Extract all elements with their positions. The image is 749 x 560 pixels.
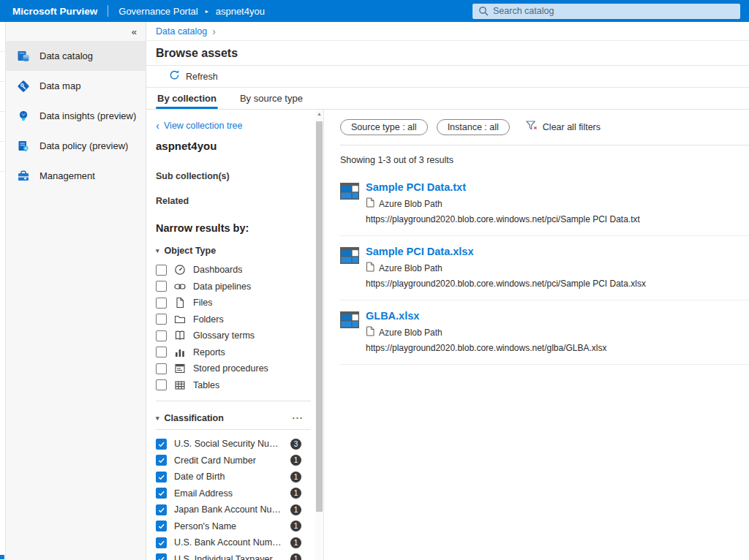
object-type-row[interactable]: Dashboards xyxy=(156,262,311,279)
data-policy-icon xyxy=(16,139,31,154)
result-item: Sample PCI Data.txt Azure Blob Path http… xyxy=(340,172,749,236)
checkbox[interactable] xyxy=(156,379,167,390)
rail-indicator xyxy=(0,555,4,559)
stored-procedures-icon xyxy=(174,363,186,374)
checkbox[interactable] xyxy=(156,363,167,374)
object-type-label: Dashboards xyxy=(193,265,242,275)
data-pipelines-icon xyxy=(174,281,186,292)
checkbox[interactable] xyxy=(156,330,167,341)
current-collection[interactable]: aspnet4you xyxy=(216,6,265,17)
file-icon xyxy=(366,262,374,275)
filter-pill[interactable]: Source type : all xyxy=(340,119,428,135)
asset-title-link[interactable]: GLBA.xlsx xyxy=(366,310,607,322)
folder-icon xyxy=(174,314,186,325)
tables-icon xyxy=(174,379,186,391)
more-options-icon[interactable]: ··· xyxy=(293,413,304,423)
asset-type-label: Azure Blob Path xyxy=(379,328,443,338)
checkbox[interactable] xyxy=(156,265,167,276)
facet-divider xyxy=(156,401,311,401)
scroll-up-icon[interactable]: ▲ xyxy=(315,111,323,116)
brand-logo[interactable]: Microsoft Purview xyxy=(12,6,97,17)
classification-row[interactable]: Person's Name 1 xyxy=(156,518,311,535)
sidebar-collapse-button[interactable]: « xyxy=(6,22,146,41)
breadcrumb: Data catalog › xyxy=(146,22,749,41)
object-type-row[interactable]: Tables xyxy=(156,377,311,394)
sidebar-item-label: Data policy (preview) xyxy=(39,140,128,151)
dashboard-icon xyxy=(174,264,186,276)
count-badge: 3 xyxy=(290,439,301,450)
breadcrumb-link-data-catalog[interactable]: Data catalog xyxy=(156,26,207,37)
checkbox[interactable] xyxy=(156,553,167,560)
checkbox[interactable] xyxy=(156,504,167,515)
sidebar-item[interactable]: Data insights (preview) xyxy=(6,101,146,131)
asset-title-link[interactable]: Sample PCI Data.xlsx xyxy=(366,246,646,257)
asset-path: https://playground2020.blob.core.windows… xyxy=(366,214,640,224)
checkbox[interactable] xyxy=(156,298,167,309)
classification-row[interactable]: U.S. Bank Account Number 1 xyxy=(156,534,311,551)
search-icon xyxy=(478,6,489,19)
asset-title-link[interactable]: Sample PCI Data.txt xyxy=(366,181,640,193)
object-type-row[interactable]: Glossary terms xyxy=(156,328,311,344)
classification-row[interactable]: U.S. Individual Taxpayer Identifi... 1 xyxy=(156,551,311,560)
sidebar-item[interactable]: Data policy (preview) xyxy=(6,131,146,161)
filter-clear-icon xyxy=(526,121,538,134)
sidebar-item[interactable]: Management xyxy=(6,161,146,191)
classification-row[interactable]: Credit Card Number 1 xyxy=(156,453,311,469)
object-type-row[interactable]: Reports xyxy=(156,344,311,361)
clear-all-filters-button[interactable]: Clear all filters xyxy=(526,121,601,134)
azure-blob-icon xyxy=(340,247,359,289)
classification-label: Date of Birth xyxy=(174,472,283,482)
view-collection-tree-link[interactable]: ‹ View collection tree xyxy=(156,120,311,131)
checkbox[interactable] xyxy=(156,314,167,325)
filter-pill-label: Source type : all xyxy=(351,122,417,132)
classification-label: Email Address xyxy=(174,488,283,499)
object-type-row[interactable]: Files xyxy=(156,295,311,311)
checkbox[interactable] xyxy=(156,281,167,292)
checkbox[interactable] xyxy=(156,521,167,531)
classification-row[interactable]: Date of Birth 1 xyxy=(156,469,311,485)
tab-label: By collection xyxy=(157,93,217,104)
chevron-down-icon[interactable]: ▾ xyxy=(156,247,159,254)
facet-scrollbar[interactable]: ▲ xyxy=(315,110,324,560)
checkbox[interactable] xyxy=(156,537,167,548)
chevron-down-icon[interactable]: ▾ xyxy=(156,415,159,422)
classification-row[interactable]: U.S. Social Security Number (SS... 3 xyxy=(156,436,311,453)
checkbox[interactable] xyxy=(156,439,167,450)
title-row: Browse assets xyxy=(146,41,749,66)
data-map-icon xyxy=(16,79,31,94)
classification-row[interactable]: Japan Bank Account Number 1 xyxy=(156,502,311,518)
asset-type-label: Azure Blob Path xyxy=(379,199,443,209)
filter-pill[interactable]: Instance : all xyxy=(437,119,510,135)
reports-icon xyxy=(174,347,186,358)
classification-label: Person's Name xyxy=(174,521,283,531)
object-type-label: Glossary terms xyxy=(193,330,255,341)
glossary-icon xyxy=(174,330,186,341)
refresh-button[interactable]: Refresh xyxy=(186,72,218,82)
sub-collections-section[interactable]: Sub collection(s) xyxy=(156,171,311,181)
object-type-label: Tables xyxy=(193,380,219,390)
object-type-row[interactable]: Data pipelines xyxy=(156,279,311,295)
checkbox[interactable] xyxy=(156,472,167,483)
scrollbar-thumb[interactable] xyxy=(316,121,323,512)
object-type-label: Folders xyxy=(193,314,224,325)
related-section[interactable]: Related xyxy=(156,196,311,206)
page-title: Browse assets xyxy=(156,47,238,60)
object-type-row[interactable]: Folders xyxy=(156,311,311,328)
sidebar-item[interactable]: Data catalog xyxy=(6,41,146,71)
count-badge: 1 xyxy=(290,553,301,560)
search-input[interactable] xyxy=(473,4,740,19)
object-type-row[interactable]: Stored procedures xyxy=(156,360,311,377)
portal-name[interactable]: Governance Portal xyxy=(118,6,197,17)
classification-list: U.S. Social Security Number (SS... 3 Cre… xyxy=(156,436,311,560)
clear-all-filters-label: Clear all filters xyxy=(543,122,601,132)
tab[interactable]: By source type xyxy=(238,88,304,109)
management-icon xyxy=(16,169,31,183)
tab-bar: By collection By source type xyxy=(146,88,749,110)
checkbox[interactable] xyxy=(156,347,167,357)
azure-blob-icon xyxy=(340,311,359,353)
checkbox[interactable] xyxy=(156,488,167,499)
checkbox[interactable] xyxy=(156,455,167,466)
sidebar-item[interactable]: Data map xyxy=(6,71,146,101)
classification-row[interactable]: Email Address 1 xyxy=(156,485,311,502)
tab[interactable]: By collection xyxy=(156,88,218,109)
